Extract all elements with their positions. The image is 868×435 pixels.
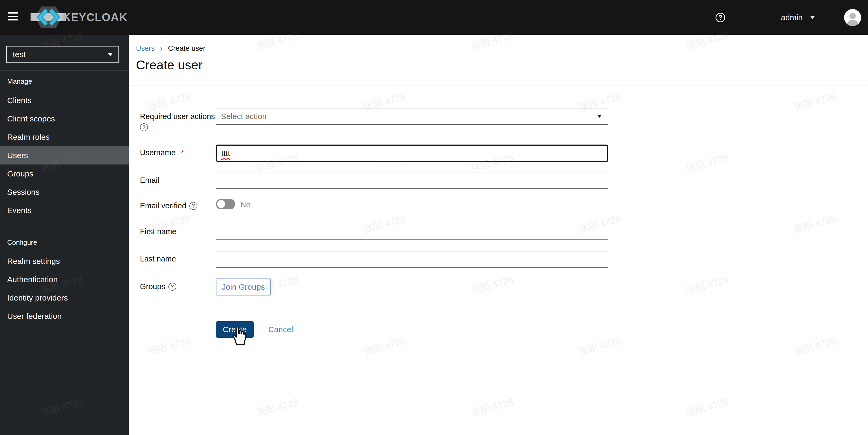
sidebar-item-realm-roles[interactable]: Realm roles [0,128,129,146]
email-verified-state: No [240,200,250,209]
help-icon[interactable]: ? [168,283,176,291]
help-icon[interactable]: ? [189,202,197,210]
chevron-down-icon [108,53,113,56]
nav-group-title-manage: Manage [7,77,32,86]
help-icon[interactable]: ? [716,13,725,22]
last-name-label: Last name [140,255,176,263]
chevron-down-icon [810,16,815,19]
email-input[interactable] [216,172,608,188]
app-header: KEYCLOAK ? admin [0,0,868,35]
sidebar-nav: test Manage ClientsClient scopesRealm ro… [0,35,129,435]
last-name-input[interactable] [216,251,608,268]
email-label: Email [140,176,159,185]
help-icon[interactable]: ? [140,123,148,131]
required-user-actions-label: Required user actions [140,112,215,121]
breadcrumb: Users › Create user [136,44,206,53]
email-verified-toggle[interactable] [216,199,235,209]
email-verified-label: Email verified ? [140,201,197,210]
sidebar-item-groups[interactable]: Groups [0,165,129,183]
sidebar-item-realm-settings[interactable]: Realm settings [0,252,129,270]
chevron-right-icon: › [160,44,163,53]
nav-toggle-hamburger-icon[interactable] [8,12,19,23]
required-user-actions-help: ? [140,123,148,131]
keycloak-logo-mark-icon [27,4,66,30]
sidebar-item-users[interactable]: Users [0,146,129,165]
breadcrumb-current: Create user [168,45,206,53]
page-title: Create user [136,58,203,72]
nav-group-title-configure: Configure [7,238,37,246]
divider [0,70,129,71]
username-value: tttt [221,149,230,158]
username-label: Username* [140,148,184,157]
username-input[interactable]: tttt [216,145,608,162]
sidebar-item-clients[interactable]: Clients [0,91,129,110]
breadcrumb-users-link[interactable]: Users [136,45,155,53]
nav-list-manage: ClientsClient scopesRealm rolesUsersGrou… [0,91,129,220]
cancel-button[interactable]: Cancel [268,325,293,334]
brand-name: KEYCLOAK [63,11,127,24]
sidebar-item-identity-providers[interactable]: Identity providers [0,289,129,307]
select-placeholder: Select action [221,112,590,121]
sidebar-item-sessions[interactable]: Sessions [0,183,129,201]
avatar[interactable] [844,9,861,26]
toggle-knob [217,200,225,208]
groups-label: Groups ? [140,282,176,291]
sidebar-item-client-scopes[interactable]: Client scopes [0,110,129,128]
divider [129,86,868,86]
create-button[interactable]: Create [216,321,254,338]
nav-list-configure: Realm settingsAuthenticationIdentity pro… [0,252,129,325]
sidebar-item-user-federation[interactable]: User federation [0,307,129,325]
required-asterisk: * [181,148,184,157]
main-content: Users › Create user Create user Required… [129,35,868,435]
join-groups-button[interactable]: Join Groups [216,279,271,295]
sidebar-item-authentication[interactable]: Authentication [0,270,129,289]
sidebar-item-events[interactable]: Events [0,201,129,220]
realm-selector[interactable]: test [6,46,119,63]
user-menu-label: admin [781,13,803,22]
realm-selector-value: test [13,50,108,59]
required-user-actions-select[interactable]: Select action [216,109,608,125]
user-menu[interactable]: admin [781,13,815,22]
first-name-input[interactable] [216,224,608,240]
chevron-down-icon [597,115,601,118]
first-name-label: First name [140,227,176,236]
keycloak-logo: KEYCLOAK [27,8,127,27]
